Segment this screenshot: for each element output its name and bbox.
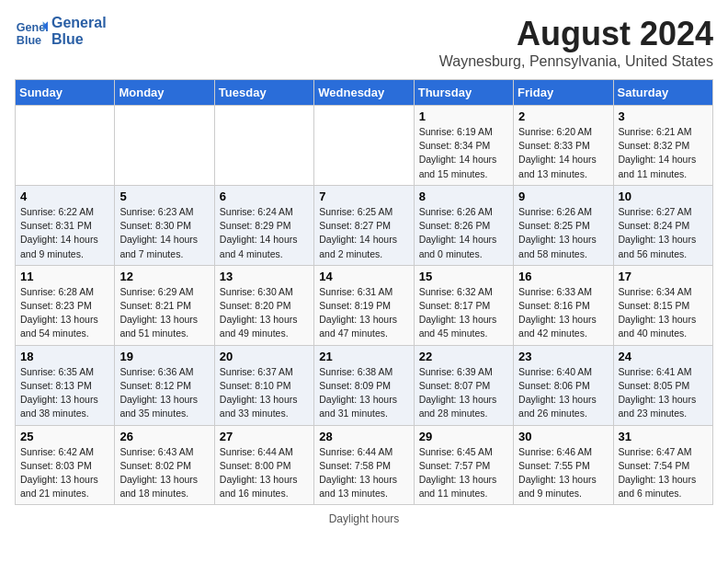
logo-line1: General <box>51 15 107 31</box>
header: General Blue General Blue August 2024 Wa… <box>15 15 713 70</box>
calendar: SundayMondayTuesdayWednesdayThursdayFrid… <box>15 79 713 505</box>
calendar-cell: 28Sunrise: 6:44 AM Sunset: 7:58 PM Dayli… <box>314 425 414 505</box>
day-info: Sunrise: 6:43 AM Sunset: 8:02 PM Dayligh… <box>119 445 209 501</box>
day-info: Sunrise: 6:44 AM Sunset: 8:00 PM Dayligh… <box>220 445 309 501</box>
day-info: Sunrise: 6:39 AM Sunset: 8:07 PM Dayligh… <box>419 365 508 421</box>
day-number: 31 <box>619 430 708 443</box>
calendar-cell: 5Sunrise: 6:23 AM Sunset: 8:30 PM Daylig… <box>115 185 214 265</box>
calendar-cell: 17Sunrise: 6:34 AM Sunset: 8:15 PM Dayli… <box>613 265 712 345</box>
calendar-cell: 19Sunrise: 6:36 AM Sunset: 8:12 PM Dayli… <box>115 345 214 425</box>
day-number: 11 <box>20 270 109 283</box>
day-info: Sunrise: 6:47 AM Sunset: 7:54 PM Dayligh… <box>619 445 708 501</box>
day-info: Sunrise: 6:36 AM Sunset: 8:12 PM Dayligh… <box>119 365 209 421</box>
day-number: 23 <box>518 350 608 363</box>
calendar-cell: 27Sunrise: 6:44 AM Sunset: 8:00 PM Dayli… <box>214 425 313 505</box>
calendar-cell: 29Sunrise: 6:45 AM Sunset: 7:57 PM Dayli… <box>414 425 513 505</box>
calendar-cell: 14Sunrise: 6:31 AM Sunset: 8:19 PM Dayli… <box>314 265 414 345</box>
svg-text:Blue: Blue <box>17 34 41 47</box>
day-info: Sunrise: 6:22 AM Sunset: 8:31 PM Dayligh… <box>20 205 109 261</box>
calendar-cell: 6Sunrise: 6:24 AM Sunset: 8:29 PM Daylig… <box>214 185 313 265</box>
calendar-cell: 9Sunrise: 6:26 AM Sunset: 8:25 PM Daylig… <box>514 185 613 265</box>
day-info: Sunrise: 6:41 AM Sunset: 8:05 PM Dayligh… <box>619 365 708 421</box>
day-number: 27 <box>220 430 309 443</box>
day-info: Sunrise: 6:35 AM Sunset: 8:13 PM Dayligh… <box>20 365 109 421</box>
day-info: Sunrise: 6:30 AM Sunset: 8:20 PM Dayligh… <box>220 285 309 341</box>
day-header-sunday: Sunday <box>16 80 115 106</box>
day-info: Sunrise: 6:26 AM Sunset: 8:26 PM Dayligh… <box>419 205 508 261</box>
day-header-monday: Monday <box>115 80 214 106</box>
day-header-thursday: Thursday <box>414 80 513 106</box>
day-info: Sunrise: 6:26 AM Sunset: 8:25 PM Dayligh… <box>518 205 608 261</box>
day-info: Sunrise: 6:24 AM Sunset: 8:29 PM Dayligh… <box>220 205 309 261</box>
day-number: 28 <box>319 430 408 443</box>
day-number: 18 <box>20 350 109 363</box>
day-info: Sunrise: 6:46 AM Sunset: 7:55 PM Dayligh… <box>518 445 608 501</box>
day-header-wednesday: Wednesday <box>314 80 414 106</box>
calendar-cell <box>214 106 313 186</box>
day-info: Sunrise: 6:25 AM Sunset: 8:27 PM Dayligh… <box>319 205 408 261</box>
day-number: 1 <box>419 109 508 123</box>
day-info: Sunrise: 6:29 AM Sunset: 8:21 PM Dayligh… <box>119 285 209 341</box>
day-number: 20 <box>220 350 309 363</box>
calendar-cell: 1Sunrise: 6:19 AM Sunset: 8:34 PM Daylig… <box>414 106 513 186</box>
day-number: 16 <box>518 270 608 283</box>
logo-line2: Blue <box>51 31 107 48</box>
calendar-cell: 24Sunrise: 6:41 AM Sunset: 8:05 PM Dayli… <box>613 345 712 425</box>
day-number: 24 <box>619 350 708 363</box>
calendar-cell: 13Sunrise: 6:30 AM Sunset: 8:20 PM Dayli… <box>214 265 313 345</box>
day-number: 30 <box>518 430 608 443</box>
day-number: 9 <box>518 190 608 203</box>
day-info: Sunrise: 6:45 AM Sunset: 7:57 PM Dayligh… <box>419 445 508 501</box>
calendar-cell: 22Sunrise: 6:39 AM Sunset: 8:07 PM Dayli… <box>414 345 513 425</box>
day-info: Sunrise: 6:32 AM Sunset: 8:17 PM Dayligh… <box>419 285 508 341</box>
day-number: 17 <box>619 270 708 283</box>
calendar-cell: 16Sunrise: 6:33 AM Sunset: 8:16 PM Dayli… <box>514 265 613 345</box>
calendar-cell <box>115 106 214 186</box>
day-number: 2 <box>518 109 608 123</box>
calendar-cell <box>16 106 115 186</box>
day-number: 10 <box>619 190 708 203</box>
title-area: August 2024 Waynesburg, Pennsylvania, Un… <box>439 15 713 70</box>
day-number: 13 <box>220 270 309 283</box>
calendar-cell: 4Sunrise: 6:22 AM Sunset: 8:31 PM Daylig… <box>16 185 115 265</box>
calendar-cell: 21Sunrise: 6:38 AM Sunset: 8:09 PM Dayli… <box>314 345 414 425</box>
day-info: Sunrise: 6:34 AM Sunset: 8:15 PM Dayligh… <box>619 285 708 341</box>
calendar-cell: 3Sunrise: 6:21 AM Sunset: 8:32 PM Daylig… <box>613 106 712 186</box>
day-info: Sunrise: 6:38 AM Sunset: 8:09 PM Dayligh… <box>319 365 408 421</box>
day-info: Sunrise: 6:44 AM Sunset: 7:58 PM Dayligh… <box>319 445 408 501</box>
calendar-cell: 15Sunrise: 6:32 AM Sunset: 8:17 PM Dayli… <box>414 265 513 345</box>
day-header-friday: Friday <box>514 80 613 106</box>
day-info: Sunrise: 6:20 AM Sunset: 8:33 PM Dayligh… <box>518 125 608 181</box>
day-number: 5 <box>119 190 209 203</box>
footer-label: Daylight hours <box>329 512 400 525</box>
calendar-cell <box>314 106 414 186</box>
calendar-cell: 31Sunrise: 6:47 AM Sunset: 7:54 PM Dayli… <box>613 425 712 505</box>
day-number: 14 <box>319 270 408 283</box>
calendar-cell: 30Sunrise: 6:46 AM Sunset: 7:55 PM Dayli… <box>514 425 613 505</box>
calendar-cell: 12Sunrise: 6:29 AM Sunset: 8:21 PM Dayli… <box>115 265 214 345</box>
day-number: 8 <box>419 190 508 203</box>
calendar-cell: 11Sunrise: 6:28 AM Sunset: 8:23 PM Dayli… <box>16 265 115 345</box>
day-info: Sunrise: 6:31 AM Sunset: 8:19 PM Dayligh… <box>319 285 408 341</box>
day-number: 6 <box>220 190 309 203</box>
day-number: 26 <box>119 430 209 443</box>
day-number: 25 <box>20 430 109 443</box>
day-info: Sunrise: 6:21 AM Sunset: 8:32 PM Dayligh… <box>619 125 708 181</box>
calendar-cell: 18Sunrise: 6:35 AM Sunset: 8:13 PM Dayli… <box>16 345 115 425</box>
day-info: Sunrise: 6:28 AM Sunset: 8:23 PM Dayligh… <box>20 285 109 341</box>
footer: Daylight hours <box>15 512 713 525</box>
day-info: Sunrise: 6:19 AM Sunset: 8:34 PM Dayligh… <box>419 125 508 181</box>
calendar-cell: 2Sunrise: 6:20 AM Sunset: 8:33 PM Daylig… <box>514 106 613 186</box>
day-header-tuesday: Tuesday <box>214 80 313 106</box>
logo-icon: General Blue <box>15 15 48 48</box>
day-number: 15 <box>419 270 508 283</box>
calendar-cell: 20Sunrise: 6:37 AM Sunset: 8:10 PM Dayli… <box>214 345 313 425</box>
day-info: Sunrise: 6:40 AM Sunset: 8:06 PM Dayligh… <box>518 365 608 421</box>
calendar-cell: 8Sunrise: 6:26 AM Sunset: 8:26 PM Daylig… <box>414 185 513 265</box>
day-number: 7 <box>319 190 408 203</box>
day-info: Sunrise: 6:42 AM Sunset: 8:03 PM Dayligh… <box>20 445 109 501</box>
calendar-cell: 23Sunrise: 6:40 AM Sunset: 8:06 PM Dayli… <box>514 345 613 425</box>
logo: General Blue General Blue <box>15 15 107 48</box>
day-info: Sunrise: 6:37 AM Sunset: 8:10 PM Dayligh… <box>220 365 309 421</box>
subtitle: Waynesburg, Pennsylvania, United States <box>439 53 713 70</box>
